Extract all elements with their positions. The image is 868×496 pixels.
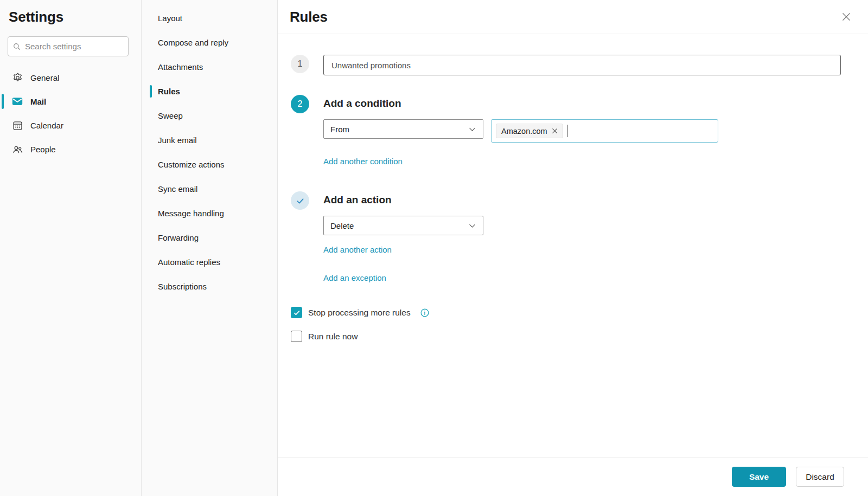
info-icon[interactable]	[420, 308, 430, 318]
sidebar-item-people[interactable]: People	[0, 137, 141, 161]
checkmark-icon	[296, 196, 305, 205]
nav-item-label: Junk email	[158, 136, 197, 145]
sidebar-item-label: Calendar	[30, 121, 63, 130]
sidebar-item-label: Mail	[30, 97, 46, 106]
nav-item-forwarding[interactable]: Forwarding	[142, 226, 277, 250]
nav-item-label: Sweep	[158, 111, 183, 120]
calendar-icon	[11, 119, 23, 131]
nav-item-label: Message handling	[158, 209, 224, 218]
step-3-badge	[291, 191, 309, 210]
sidebar-item-label: People	[30, 145, 56, 154]
save-button[interactable]: Save	[732, 467, 786, 487]
add-another-condition-link[interactable]: Add another condition	[323, 157, 403, 166]
mail-settings-nav: Layout Compose and reply Attachments Rul…	[142, 0, 277, 496]
search-settings-input[interactable]	[25, 42, 124, 51]
nav-item-sync-email[interactable]: Sync email	[142, 177, 277, 201]
condition-select[interactable]: From	[323, 119, 483, 139]
rule-form: 1 2 Add a condition From	[278, 34, 868, 457]
nav-item-customize-actions[interactable]: Customize actions	[142, 152, 277, 177]
settings-title: Settings	[9, 9, 141, 25]
nav-item-label: Customize actions	[158, 160, 225, 169]
nav-item-rules[interactable]: Rules	[142, 79, 277, 104]
sidebar-item-calendar[interactable]: Calendar	[0, 113, 141, 137]
panel-header: Rules	[278, 0, 868, 34]
remove-chip-icon[interactable]	[552, 128, 558, 134]
add-action-heading: Add an action	[323, 191, 841, 206]
chip-label: Amazon.com	[501, 127, 547, 136]
settings-sidebar: Settings General	[0, 0, 142, 496]
sidebar-item-general[interactable]: General	[0, 66, 141, 89]
rules-editor-panel: Rules 1 2 Add a condition From	[277, 0, 868, 496]
condition-value-chip: Amazon.com	[496, 124, 563, 138]
step-1-badge: 1	[291, 55, 309, 73]
text-cursor	[567, 125, 567, 137]
search-icon	[12, 42, 21, 51]
panel-footer: Save Discard	[278, 457, 868, 496]
step-2-badge: 2	[291, 95, 309, 113]
close-button[interactable]	[838, 8, 855, 25]
chevron-down-icon	[468, 222, 476, 230]
checkmark-icon	[293, 309, 301, 317]
close-icon	[841, 12, 851, 22]
mail-icon	[11, 95, 23, 107]
run-rule-now-checkbox[interactable]	[291, 331, 302, 342]
nav-item-label: Layout	[158, 14, 182, 23]
action-select[interactable]: Delete	[323, 216, 483, 235]
condition-select-value: From	[330, 125, 349, 134]
add-an-exception-link[interactable]: Add an exception	[323, 273, 386, 282]
stop-processing-row: Stop processing more rules	[291, 307, 841, 318]
nav-item-automatic-replies[interactable]: Automatic replies	[142, 250, 277, 274]
rule-name-input[interactable]	[323, 55, 841, 75]
condition-value-input[interactable]: Amazon.com	[491, 119, 718, 143]
sidebar-item-mail[interactable]: Mail	[0, 89, 141, 113]
nav-item-sweep[interactable]: Sweep	[142, 104, 277, 128]
run-rule-now-row: Run rule now	[291, 331, 841, 342]
nav-item-subscriptions[interactable]: Subscriptions	[142, 274, 277, 299]
settings-categories: General Mail	[0, 66, 141, 161]
nav-item-label: Automatic replies	[158, 257, 220, 267]
discard-button[interactable]: Discard	[796, 467, 844, 487]
people-icon	[11, 143, 23, 155]
nav-item-layout[interactable]: Layout	[142, 6, 277, 30]
chevron-down-icon	[468, 125, 476, 133]
step-add-action: Add an action Delete Add another action	[291, 191, 841, 255]
sidebar-item-label: General	[30, 73, 59, 82]
nav-item-label: Rules	[158, 87, 180, 96]
nav-item-label: Compose and reply	[158, 38, 228, 47]
step-add-condition: 2 Add a condition From Amazon.com	[291, 95, 841, 166]
nav-item-label: Sync email	[158, 184, 197, 194]
run-rule-now-label: Run rule now	[308, 332, 358, 342]
add-condition-heading: Add a condition	[323, 95, 841, 109]
gear-icon	[11, 72, 23, 83]
nav-item-label: Attachments	[158, 62, 203, 72]
page-title: Rules	[290, 9, 328, 25]
nav-item-label: Forwarding	[158, 233, 199, 242]
nav-item-message-handling[interactable]: Message handling	[142, 201, 277, 226]
nav-item-compose-and-reply[interactable]: Compose and reply	[142, 30, 277, 55]
stop-processing-label: Stop processing more rules	[308, 308, 411, 318]
nav-item-attachments[interactable]: Attachments	[142, 55, 277, 79]
nav-item-junk-email[interactable]: Junk email	[142, 128, 277, 152]
step-rule-name: 1	[291, 55, 841, 75]
nav-item-label: Subscriptions	[158, 282, 207, 291]
search-settings-box[interactable]	[8, 36, 129, 56]
action-select-value: Delete	[330, 221, 354, 230]
stop-processing-checkbox[interactable]	[291, 307, 302, 318]
add-another-action-link[interactable]: Add another action	[323, 245, 392, 254]
